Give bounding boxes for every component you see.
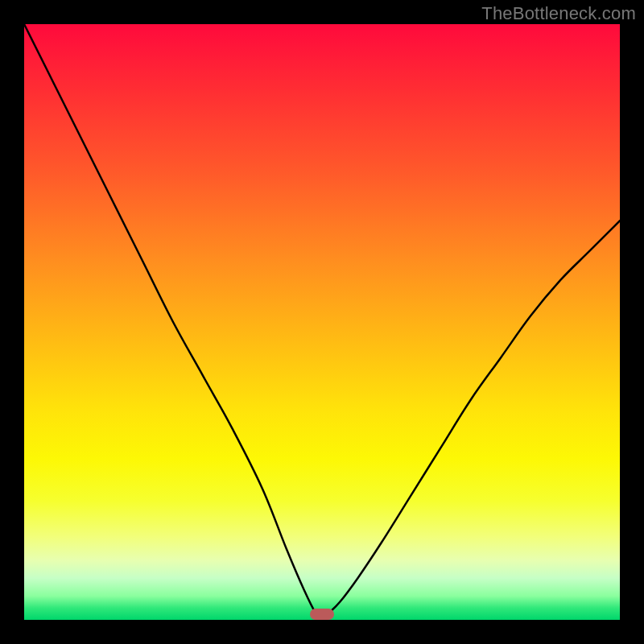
plot-area	[24, 24, 620, 620]
chart-stage: TheBottleneck.com	[0, 0, 644, 644]
watermark-text: TheBottleneck.com	[481, 3, 636, 24]
bottleneck-curve	[24, 24, 620, 620]
optimum-marker	[310, 609, 334, 620]
